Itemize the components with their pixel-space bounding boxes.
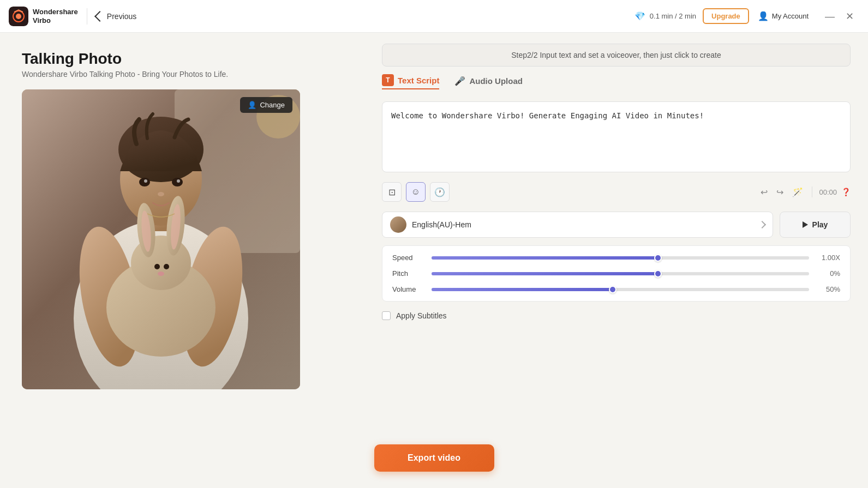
voice-row: English(AU)-Hem Play (382, 212, 851, 238)
person-icon: 👤 (248, 101, 256, 109)
svg-point-23 (164, 264, 169, 269)
app-name-text: Wondershare Virbo (33, 8, 78, 25)
magic-button[interactable]: 🪄 (790, 185, 805, 200)
timestamp: 00:00 (819, 188, 837, 196)
text-format-button[interactable]: ⊡ (382, 182, 402, 202)
pitch-slider-track[interactable] (432, 272, 809, 275)
toolbar-divider (812, 186, 812, 197)
svg-point-24 (158, 272, 164, 276)
previous-button[interactable]: Previous (96, 12, 136, 21)
chevron-right-icon (758, 221, 766, 228)
text-script-icon: T (382, 74, 394, 86)
svg-point-22 (154, 264, 160, 269)
main-content: Talking Photo Wondershare Virbo Talking … (0, 33, 868, 488)
subtitles-checkbox[interactable] (382, 311, 391, 320)
step-banner: Step2/2 Input text and set a voiceover, … (382, 44, 851, 67)
subtitles-row: Apply Subtitles (382, 309, 851, 322)
photo-image (22, 89, 300, 389)
close-button[interactable]: ✕ (840, 9, 859, 23)
emoji-button[interactable]: ☺ (406, 182, 426, 202)
account-area[interactable]: 👤 My Account (758, 11, 809, 21)
page-title: Talking Photo (22, 50, 349, 68)
minimize-button[interactable]: — (819, 9, 840, 23)
speed-fill (432, 256, 658, 260)
pitch-fill (432, 272, 658, 275)
pitch-thumb[interactable] (654, 270, 662, 278)
svg-point-12 (177, 179, 180, 183)
tab-audio-upload[interactable]: 🎤 Audio Upload (454, 76, 523, 88)
usage-area: 💎 0.1 min / 2 min (634, 11, 696, 21)
chevron-left-icon (94, 11, 105, 22)
script-textarea[interactable]: Welcome to Wondershare Virbo! Generate E… (382, 101, 851, 172)
export-button[interactable]: Export video (374, 444, 494, 472)
play-button[interactable]: Play (780, 212, 851, 238)
export-footer: Export video (374, 444, 494, 472)
volume-thumb[interactable] (609, 286, 616, 293)
redo-button[interactable]: ↪ (774, 185, 786, 200)
photo-container: 👤 Change (22, 89, 300, 389)
tab-text-script[interactable]: T Text Script (382, 74, 439, 89)
voice-selector[interactable]: English(AU)-Hem (382, 212, 773, 238)
left-panel: Talking Photo Wondershare Virbo Talking … (0, 33, 371, 488)
photo-background (22, 89, 300, 389)
undo-button[interactable]: ↩ (758, 185, 770, 200)
timer-button[interactable]: 🕐 (430, 182, 450, 202)
speed-label: Speed (392, 254, 425, 262)
upgrade-button[interactable]: Upgrade (703, 8, 749, 24)
speed-value: 1.00X (816, 254, 840, 262)
volume-slider-row: Volume 50% (392, 285, 840, 293)
volume-value: 50% (816, 285, 840, 293)
logo-area: Wondershare Virbo (9, 7, 78, 26)
voice-name: English(AU)-Hem (412, 220, 754, 229)
titlebar-divider (87, 8, 87, 25)
volume-label: Volume (392, 285, 425, 293)
pitch-value: 0% (816, 269, 840, 278)
app-logo (9, 7, 28, 26)
subtitles-label: Apply Subtitles (396, 311, 447, 320)
page-subtitle: Wondershare Virbo Talking Photo - Bring … (22, 70, 349, 79)
gem-icon: 💎 (634, 11, 645, 21)
audio-icon: 🎤 (454, 76, 465, 86)
pitch-slider-row: Pitch 0% (392, 269, 840, 278)
change-button[interactable]: 👤 Change (240, 97, 292, 113)
speed-slider-track[interactable] (432, 256, 809, 260)
titlebar: Wondershare Virbo Previous 💎 0.1 min / 2… (0, 0, 868, 33)
svg-point-10 (144, 179, 147, 183)
help-icon[interactable]: ❓ (841, 188, 851, 196)
main-content-wrapper: Talking Photo Wondershare Virbo Talking … (0, 33, 868, 488)
svg-point-13 (158, 192, 164, 196)
play-icon (803, 221, 808, 228)
tabs-row: T Text Script 🎤 Audio Upload (382, 74, 851, 94)
volume-fill (432, 288, 613, 291)
sliders-section: Speed 1.00X Pitch (382, 245, 851, 302)
account-icon: 👤 (758, 11, 769, 21)
volume-slider-track[interactable] (432, 288, 809, 291)
toolbar-row: ⊡ ☺ 🕐 ↩ ↪ 🪄 00:00 ❓ (382, 180, 851, 204)
voice-avatar (390, 216, 406, 233)
svg-point-2 (16, 14, 21, 19)
right-panel: Step2/2 Input text and set a voiceover, … (371, 33, 868, 488)
speed-thumb[interactable] (654, 254, 662, 262)
pitch-label: Pitch (392, 269, 425, 278)
speed-slider-row: Speed 1.00X (392, 254, 840, 262)
